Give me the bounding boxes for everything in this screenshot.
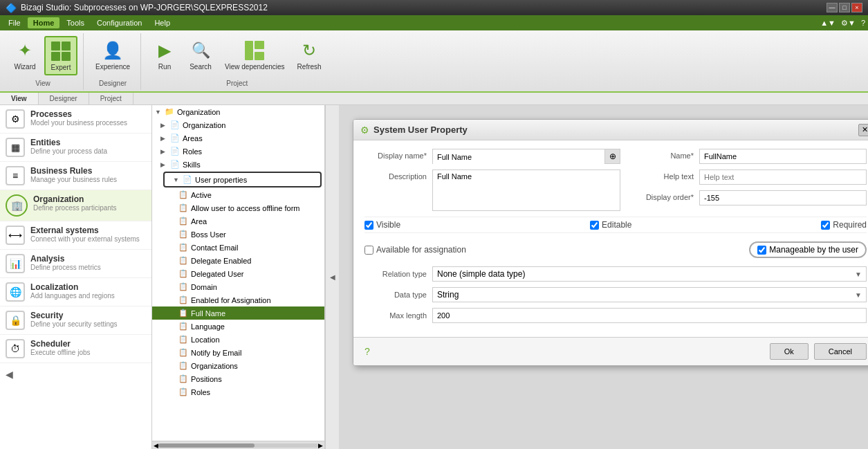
sidebar-item-organization[interactable]: 🏢 Organization Define process participan… <box>0 190 151 221</box>
entities-subtitle: Define your process data <box>30 147 107 155</box>
cancel-button[interactable]: Cancel <box>814 343 867 360</box>
tree-node-roles[interactable]: ▶ 📄 Roles <box>152 145 324 158</box>
tree-node-skills[interactable]: ▶ 📄 Skills <box>152 158 324 171</box>
display-name-add-button[interactable]: ⊕ <box>604 149 620 163</box>
available-assignation-item: Available for assignation <box>364 245 466 255</box>
view-deps-button[interactable]: View dependencies <box>220 36 290 74</box>
tree-node-positions[interactable]: 📋 Positions <box>152 372 324 385</box>
ribbon-group-project: ▶ Run 🔍 Search View dependencies ↻ <box>142 33 332 90</box>
tree-node-active[interactable]: 📋 Active <box>152 188 324 201</box>
display-order-row: Display order* -155 <box>631 190 867 205</box>
tree-label-delegate-enabled: Delegate Enabled <box>191 257 251 265</box>
tree-node-areas[interactable]: ▶ 📄 Areas <box>152 131 324 145</box>
tree-node-full-name[interactable]: 📋 Full Name <box>152 306 324 320</box>
tree-node-contact-email[interactable]: 📋 Contact Email <box>152 241 324 254</box>
node-icon-org-sub: 📄 <box>170 120 181 129</box>
tree-node-area[interactable]: 📋 Area <box>152 214 324 228</box>
settings-icon[interactable]: ⚙▼ <box>841 19 856 28</box>
sidebar-item-business-rules[interactable]: ≡ Business Rules Manage your business ru… <box>0 162 151 190</box>
dialog-close-button[interactable]: ✕ <box>858 124 868 136</box>
tree-node-org-root[interactable]: ▼ 📁 Organization <box>152 105 324 118</box>
display-name-input[interactable] <box>433 149 604 165</box>
collapse-tree-button[interactable]: ◀ <box>325 105 339 449</box>
sidebar-item-localization[interactable]: 🌐 Localization Add languages and regions <box>0 278 151 306</box>
tree-node-boss-user[interactable]: 📋 Boss User <box>152 228 324 241</box>
sidebar-item-entities[interactable]: ▦ Entities Define your process data <box>0 134 151 162</box>
editable-checkbox[interactable] <box>590 221 599 230</box>
tree-label-location: Location <box>191 336 220 344</box>
sidebar-item-processes[interactable]: ⚙ Processes Model your business processe… <box>0 105 151 134</box>
available-assignation-checkbox[interactable] <box>364 246 373 255</box>
sidebar-item-analysis[interactable]: 📊 Analysis Define process metrics <box>0 250 151 278</box>
max-length-input[interactable]: 200 <box>432 308 867 323</box>
tree-node-delegated-user[interactable]: 📋 Delegated User <box>152 267 324 280</box>
tab-project[interactable]: Project <box>89 93 133 104</box>
business-rules-subtitle: Manage your business rules <box>30 176 117 183</box>
experience-button[interactable]: 👤 Experience <box>91 36 135 74</box>
external-systems-subtitle: Connect with your external systems <box>30 235 140 243</box>
description-input[interactable]: Full Name <box>432 169 620 211</box>
scrollbar-track[interactable] <box>158 443 318 448</box>
tree-node-roles-leaf[interactable]: 📋 Roles <box>152 385 324 398</box>
wizard-button[interactable]: ✦ Wizard <box>8 36 41 74</box>
tree-node-location[interactable]: 📋 Location <box>152 333 324 346</box>
tree-node-organizations[interactable]: 📋 Organizations <box>152 359 324 372</box>
tree-node-delegate-enabled[interactable]: 📋 Delegate Enabled <box>152 254 324 267</box>
tree-node-language[interactable]: 📋 Language <box>152 320 324 333</box>
scroll-left[interactable]: ◀ <box>154 442 158 449</box>
tree-node-user-props[interactable]: ▼ 📄 User properties <box>163 172 322 187</box>
help-icon[interactable]: ? <box>861 19 865 27</box>
analysis-title: Analysis <box>30 254 101 264</box>
menu-help[interactable]: Help <box>149 17 176 28</box>
tree-node-enabled-assignation[interactable]: 📋 Enabled for Assignation <box>152 293 324 306</box>
maximize-button[interactable]: □ <box>839 3 850 12</box>
menu-file[interactable]: File <box>3 17 26 28</box>
node-icon-active: 📋 <box>178 190 190 199</box>
data-type-select[interactable]: String ▼ <box>432 287 867 302</box>
sidebar-item-security[interactable]: 🔒 Security Define your security settings <box>0 306 151 335</box>
help-text-input[interactable] <box>699 169 867 185</box>
menu-configuration[interactable]: Configuration <box>91 17 147 28</box>
refresh-button[interactable]: ↻ Refresh <box>293 36 326 74</box>
expand-icon-skills: ▶ <box>160 161 169 168</box>
tree-label-organizations: Organizations <box>191 362 238 370</box>
ok-button[interactable]: Ok <box>770 343 809 360</box>
menu-home[interactable]: Home <box>28 17 60 28</box>
description-row: Description Full Name <box>364 169 620 211</box>
tab-view[interactable]: View <box>0 93 39 104</box>
tree-label-allow-offline: Allow user to access offline form <box>191 204 300 212</box>
help-button[interactable]: ? <box>364 346 370 357</box>
view-deps-icon <box>243 39 266 62</box>
security-text: Security Define your security settings <box>30 311 118 328</box>
manageable-checkbox[interactable] <box>757 246 766 255</box>
sidebar-item-external-systems[interactable]: ⟷ External systems Connect with your ext… <box>0 221 151 250</box>
tree-node-notify-email[interactable]: 📋 Notify by Email <box>152 346 324 359</box>
tree-label-domain: Domain <box>191 283 217 291</box>
localization-title: Localization <box>30 282 115 292</box>
tree-scrollbar[interactable]: ◀ ▶ <box>152 441 324 449</box>
tree-node-org-sub[interactable]: ▶ 📄 Organization <box>152 118 324 131</box>
collapse-sidebar-button[interactable]: ◀ <box>0 363 151 385</box>
display-order-input[interactable]: -155 <box>699 190 867 205</box>
entities-title: Entities <box>30 138 107 147</box>
name-input[interactable]: FullName <box>699 149 867 164</box>
required-checkbox[interactable] <box>821 221 830 230</box>
sidebar-item-scheduler[interactable]: ⏱ Scheduler Execute offline jobs <box>0 335 151 363</box>
expert-button[interactable]: Expert <box>44 36 77 75</box>
business-rules-icon: ≡ <box>6 166 25 185</box>
visible-checkbox[interactable] <box>364 221 373 230</box>
ribbon-nav-left[interactable]: ▲▼ <box>820 19 835 27</box>
checkboxes-row: Visible Editable Required <box>364 217 867 233</box>
tree-node-domain[interactable]: 📋 Domain <box>152 280 324 293</box>
tab-designer[interactable]: Designer <box>39 93 89 104</box>
scroll-right[interactable]: ▶ <box>318 442 323 449</box>
window-close-button[interactable]: × <box>851 3 862 12</box>
run-button[interactable]: ▶ Run <box>148 36 181 74</box>
search-button[interactable]: 🔍 Search <box>184 36 217 74</box>
relation-type-select[interactable]: None (simple data type) ▼ <box>432 266 867 282</box>
minimize-button[interactable]: — <box>827 3 838 12</box>
menu-tools[interactable]: Tools <box>61 17 90 28</box>
tree-node-allow-offline[interactable]: 📋 Allow user to access offline form <box>152 201 324 214</box>
scrollbar-thumb[interactable] <box>158 443 255 448</box>
app-icon: 🔷 <box>6 3 17 13</box>
